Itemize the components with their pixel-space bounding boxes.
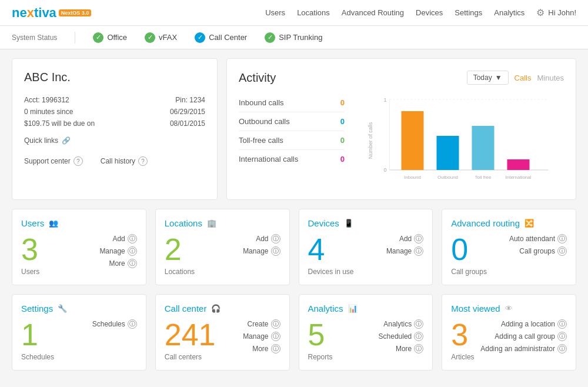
settings-icon: 🔧 bbox=[58, 304, 67, 313]
analytics-actions: Analyticsⓘ Scheduledⓘ Moreⓘ bbox=[379, 319, 424, 353]
svg-text:0: 0 bbox=[383, 167, 386, 173]
settings-card-header: Settings 🔧 bbox=[21, 303, 137, 313]
svg-text:1: 1 bbox=[383, 97, 386, 103]
analytics-label: Reports bbox=[308, 353, 333, 361]
users-card: Users 👥 3 Users Addⓘ Manageⓘ Moreⓘ bbox=[12, 209, 146, 285]
activity-card: Activity Today ▼ Calls Minutes Inbound c… bbox=[226, 58, 576, 200]
mv-acg-icon: ⓘ bbox=[557, 332, 567, 341]
svg-rect-8 bbox=[437, 136, 459, 170]
svg-rect-12 bbox=[507, 159, 530, 170]
locations-card: Locations 🏢 2 Locations Addⓘ Manageⓘ bbox=[155, 209, 290, 285]
status-vfax[interactable]: ✓ vFAX bbox=[145, 32, 177, 43]
users-manage[interactable]: Manageⓘ bbox=[99, 246, 136, 256]
users-card-header: Users 👥 bbox=[21, 218, 137, 228]
ar-auto-attendant[interactable]: Auto attendantⓘ bbox=[509, 234, 567, 243]
ar-aa-icon: ⓘ bbox=[557, 234, 567, 243]
analytics-scheduled[interactable]: Scheduledⓘ bbox=[379, 332, 424, 341]
devices-card: Devices 📱 4 Devices in use Addⓘ Manageⓘ bbox=[299, 209, 433, 285]
analytics-count: 5 bbox=[308, 319, 333, 350]
calls-tab[interactable]: Calls bbox=[514, 74, 532, 82]
locations-manage[interactable]: Manageⓘ bbox=[243, 246, 280, 256]
call-history-link[interactable]: Call history ? bbox=[101, 156, 148, 166]
top-row: ABC Inc. Acct: 1996312 Pin: 1234 0 minut… bbox=[12, 58, 576, 200]
analytics-icon: 📊 bbox=[348, 304, 358, 313]
nav-locations[interactable]: Locations bbox=[297, 8, 330, 17]
analytics-card-body: 5 Reports Analyticsⓘ Scheduledⓘ Moreⓘ bbox=[308, 319, 424, 361]
cc-card-title: Call center bbox=[165, 303, 207, 313]
devices-manage[interactable]: Manageⓘ bbox=[386, 246, 423, 256]
devices-card-header: Devices 📱 bbox=[308, 218, 424, 228]
mv-card-header: Most viewed 👁 bbox=[451, 303, 567, 313]
locations-count: 2 bbox=[165, 234, 195, 265]
international-value: 0 bbox=[340, 155, 345, 164]
mv-card-title: Most viewed bbox=[451, 303, 500, 313]
status-office[interactable]: ✓ Office bbox=[93, 32, 127, 43]
locations-icon: 🏢 bbox=[207, 219, 216, 228]
settings-card-body: 1 Schedules Schedulesⓘ bbox=[21, 319, 137, 361]
cc-manage[interactable]: Manageⓘ bbox=[243, 332, 280, 341]
support-center-link[interactable]: Support center ? bbox=[24, 156, 83, 166]
cc-create[interactable]: Createⓘ bbox=[247, 319, 280, 329]
mv-add-location[interactable]: Adding a locationⓘ bbox=[501, 319, 567, 329]
callcenter-status-dot: ✓ bbox=[195, 32, 205, 43]
settings-schedules[interactable]: Schedulesⓘ bbox=[92, 319, 137, 329]
today-dropdown[interactable]: Today ▼ bbox=[467, 71, 509, 85]
an-m-icon: ⓘ bbox=[414, 344, 423, 353]
analytics-analytics[interactable]: Analyticsⓘ bbox=[383, 319, 423, 329]
users-add[interactable]: Addⓘ bbox=[112, 234, 136, 243]
mv-actions: Adding a locationⓘ Adding a call groupⓘ … bbox=[480, 319, 567, 353]
analytics-more[interactable]: Moreⓘ bbox=[396, 344, 423, 353]
ar-actions: Auto attendantⓘ Call groupsⓘ bbox=[509, 234, 567, 256]
account-info: Acct: 1996312 Pin: 1234 0 minutes since … bbox=[24, 96, 205, 128]
nav-analytics[interactable]: Analytics bbox=[494, 8, 524, 17]
cc-card-body: 241 Call centers Createⓘ Manageⓘ Moreⓘ bbox=[165, 319, 280, 361]
devices-count: 4 bbox=[308, 234, 354, 265]
loc-add-icon: ⓘ bbox=[271, 234, 280, 243]
mv-add-admin[interactable]: Adding an administratorⓘ bbox=[480, 344, 567, 353]
devices-add[interactable]: Addⓘ bbox=[399, 234, 423, 243]
analytics-card-header: Analytics 📊 bbox=[308, 303, 424, 313]
users-more[interactable]: Moreⓘ bbox=[109, 259, 136, 268]
status-callcenter[interactable]: ✓ Call Center bbox=[195, 32, 247, 43]
today-label: Today bbox=[473, 74, 492, 82]
international-label: International calls bbox=[239, 155, 298, 164]
status-bar: System Status ✓ Office ✓ vFAX ✓ Call Cen… bbox=[0, 26, 588, 49]
nav-advanced-routing[interactable]: Advanced Routing bbox=[342, 8, 404, 17]
locations-card-body: 2 Locations Addⓘ Manageⓘ bbox=[165, 234, 280, 276]
devices-card-body: 4 Devices in use Addⓘ Manageⓘ bbox=[308, 234, 424, 276]
mv-icon: 👁 bbox=[505, 304, 513, 313]
users-label: Users bbox=[21, 268, 39, 276]
mv-count: 3 bbox=[451, 319, 474, 350]
sip-label: SIP Trunking bbox=[279, 33, 322, 42]
quick-links: Quick links 🔗 bbox=[24, 136, 205, 145]
quick-links-text: Quick links bbox=[24, 136, 58, 145]
user-menu[interactable]: ⚙ Hi John! bbox=[536, 7, 576, 18]
users-actions: Addⓘ Manageⓘ Moreⓘ bbox=[99, 234, 136, 268]
nav-devices[interactable]: Devices bbox=[416, 8, 443, 17]
mv-add-call-group[interactable]: Adding a call groupⓘ bbox=[495, 332, 567, 341]
nav-links: Users Locations Advanced Routing Devices… bbox=[265, 8, 524, 17]
call-stats: Inbound calls 0 Outbound calls 0 Toll-fr… bbox=[239, 94, 345, 188]
loc-manage-icon: ⓘ bbox=[271, 246, 280, 256]
ar-icon: 🔀 bbox=[524, 219, 534, 228]
ar-call-groups[interactable]: Call groupsⓘ bbox=[519, 246, 567, 256]
nav-settings[interactable]: Settings bbox=[455, 8, 482, 17]
an-s-icon: ⓘ bbox=[414, 332, 423, 341]
status-sip[interactable]: ✓ SIP Trunking bbox=[265, 32, 322, 43]
cc-count: 241 bbox=[165, 319, 216, 350]
bar-chart-area: Number of calls 1 0 Inbound bbox=[356, 94, 564, 188]
users-count: 3 bbox=[21, 234, 39, 265]
minutes-tab[interactable]: Minutes bbox=[537, 74, 564, 82]
cc-more-icon: ⓘ bbox=[271, 344, 280, 353]
top-navigation: nextiva NextOS 3.0 Users Locations Advan… bbox=[0, 0, 588, 26]
locations-actions: Addⓘ Manageⓘ bbox=[243, 234, 280, 256]
nav-users[interactable]: Users bbox=[265, 8, 285, 17]
analytics-card-title: Analytics bbox=[308, 303, 343, 313]
since-label: 0 minutes since bbox=[24, 108, 113, 116]
cc-card-header: Call center 🎧 bbox=[165, 303, 280, 313]
cc-icon: 🎧 bbox=[211, 304, 220, 313]
users-card-title: Users bbox=[21, 218, 44, 228]
locations-card-title: Locations bbox=[165, 218, 202, 228]
cc-more[interactable]: Moreⓘ bbox=[252, 344, 280, 353]
locations-add[interactable]: Addⓘ bbox=[256, 234, 280, 243]
